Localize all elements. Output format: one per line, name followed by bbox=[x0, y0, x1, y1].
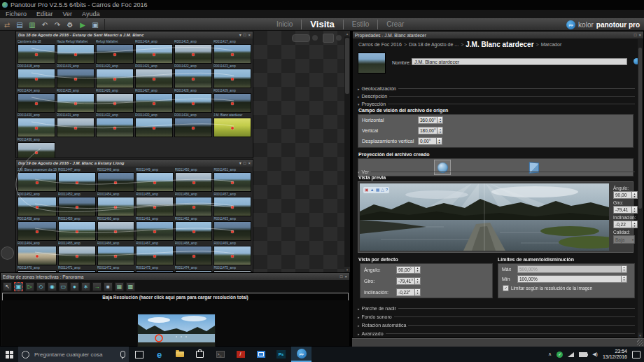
panorama-thumbnail[interactable] bbox=[136, 197, 174, 216]
panorama-thumbnail[interactable] bbox=[58, 197, 96, 216]
help-icon[interactable]: ? bbox=[386, 188, 388, 193]
horizontal-fov-stepper[interactable]: 360,00°▴▾ bbox=[418, 116, 443, 124]
quality-dropdown[interactable]: Baja▾ bbox=[613, 235, 635, 244]
battery-icon[interactable] bbox=[579, 352, 587, 357]
hotspot-icon[interactable] bbox=[36, 255, 38, 258]
star-tool-icon[interactable]: ∗ bbox=[81, 282, 90, 291]
section-proyeccion[interactable]: ▾ Proyección bbox=[358, 102, 635, 106]
hotspot-icon[interactable] bbox=[231, 78, 234, 81]
panorama-thumbnail[interactable] bbox=[136, 172, 174, 192]
panorama-thumbnail[interactable] bbox=[96, 118, 134, 137]
panorama-thumbnail[interactable] bbox=[57, 118, 94, 137]
section-rotacion-automatica[interactable]: ▸ Rotación automática bbox=[358, 323, 635, 328]
panorama-thumbnail[interactable] bbox=[174, 69, 212, 88]
photoshop-button[interactable]: Ps bbox=[271, 347, 291, 362]
tab-estilo[interactable]: Estilo bbox=[343, 20, 377, 29]
panorama-thumbnail[interactable] bbox=[135, 44, 173, 64]
section-geolocalizacion[interactable]: ▸ Geolocalización bbox=[358, 86, 635, 91]
task-view-button[interactable] bbox=[129, 347, 149, 362]
file-explorer-button[interactable] bbox=[169, 347, 190, 362]
panorama-thumbnail[interactable] bbox=[174, 44, 212, 64]
hotspot-icon[interactable] bbox=[35, 78, 38, 81]
hotspot-icon[interactable] bbox=[35, 127, 38, 130]
save-icon[interactable]: ▤ bbox=[15, 20, 24, 29]
section-descripcion[interactable]: ▸ Descripción bbox=[358, 94, 635, 99]
panorama-thumbnail[interactable] bbox=[96, 93, 134, 113]
scrollbar-thumb[interactable] bbox=[345, 38, 349, 94]
pitch-stepper[interactable]: -0,22▴▾ bbox=[613, 221, 638, 228]
hotspot-icon[interactable] bbox=[74, 78, 77, 81]
move-tool-icon[interactable]: → bbox=[92, 282, 102, 291]
group-header[interactable]: Día 19 de Agosto de 2016 - J.M. Blanc a … bbox=[16, 160, 253, 167]
store-button[interactable] bbox=[190, 347, 210, 362]
panorama-thumbnail[interactable] bbox=[214, 44, 251, 64]
scroll-up-icon[interactable]: ▴ bbox=[344, 31, 350, 36]
hotspot-icon[interactable] bbox=[192, 230, 195, 233]
hotspot-icon[interactable] bbox=[231, 127, 234, 130]
float-window-icon[interactable]: □ bbox=[244, 161, 246, 165]
default-yaw-stepper[interactable]: -79,41°▴▾ bbox=[396, 277, 421, 285]
default-angle-stepper[interactable]: 90,00°▴▾ bbox=[396, 266, 421, 274]
scrollbar-thumb[interactable] bbox=[638, 48, 642, 209]
panorama-thumbnail[interactable] bbox=[97, 172, 135, 192]
edge-button[interactable]: e bbox=[149, 347, 169, 362]
canvas-scrollbar[interactable]: ▴ ▾ bbox=[344, 31, 350, 272]
angle-stepper[interactable]: 90,00▴▾ bbox=[613, 191, 638, 199]
yaw-stepper[interactable]: -79,41▴▾ bbox=[613, 206, 638, 214]
zone-editor-canvas[interactable] bbox=[1, 300, 349, 346]
panorama-thumbnail[interactable] bbox=[136, 246, 174, 265]
panorama-thumbnail[interactable] bbox=[97, 197, 135, 216]
hotspot-icon[interactable] bbox=[114, 181, 117, 184]
add-point-tool-icon[interactable]: ▷ bbox=[25, 282, 34, 291]
microphone-icon[interactable] bbox=[120, 351, 125, 358]
hotspot-icon[interactable] bbox=[35, 102, 38, 105]
properties-header[interactable]: Propiedades - J.M. Blanc atardecer □ × bbox=[353, 32, 643, 39]
image-view-icon[interactable]: ▦ bbox=[376, 188, 380, 193]
settings-icon[interactable]: ⚙ bbox=[65, 20, 75, 29]
panorama-thumbnail[interactable] bbox=[174, 118, 212, 137]
hotspot-icon[interactable] bbox=[76, 255, 78, 258]
network-icon[interactable] bbox=[568, 352, 574, 357]
panorama-thumbnail[interactable] bbox=[18, 197, 57, 216]
undo-icon[interactable]: ↶ bbox=[40, 20, 50, 29]
zoom-min-stepper[interactable]: 100,00%▴▾ bbox=[517, 275, 627, 283]
hotspot-icon[interactable] bbox=[231, 206, 234, 209]
panorama-thumbnail[interactable] bbox=[136, 221, 174, 241]
close-icon[interactable]: × bbox=[638, 33, 641, 37]
collapse-icon[interactable]: ▾ bbox=[239, 161, 241, 165]
add-rect-tool-icon[interactable]: ▭ bbox=[59, 282, 68, 291]
panorama-thumbnail[interactable] bbox=[18, 246, 57, 265]
panorama-thumbnail[interactable] bbox=[58, 221, 96, 241]
hotspot-icon[interactable] bbox=[192, 127, 195, 130]
hotspot-icon[interactable] bbox=[192, 102, 195, 105]
hotspot-icon[interactable] bbox=[153, 53, 155, 56]
hotspot-icon[interactable] bbox=[114, 255, 117, 258]
panorama-thumbnail[interactable] bbox=[18, 221, 57, 241]
zoom-out-button[interactable] bbox=[312, 35, 318, 41]
menu-ver[interactable]: Ver bbox=[63, 11, 73, 18]
panotour-taskbar-button[interactable]: ptp bbox=[291, 347, 312, 362]
panorama-thumbnail[interactable] bbox=[214, 246, 251, 265]
blue-app-button[interactable] bbox=[251, 347, 271, 362]
panorama-thumbnail[interactable] bbox=[135, 93, 173, 113]
default-pitch-stepper[interactable]: -0,22°▴▾ bbox=[396, 288, 421, 296]
collapse-icon[interactable]: ▾ bbox=[239, 33, 241, 37]
hotspot-icon[interactable] bbox=[231, 181, 234, 184]
panorama-thumbnail[interactable] bbox=[214, 197, 251, 216]
panorama-thumbnail[interactable] bbox=[175, 221, 213, 241]
zoom-in-button[interactable] bbox=[336, 35, 342, 41]
hotspot-icon[interactable] bbox=[76, 230, 78, 233]
panorama-thumbnail[interactable] bbox=[57, 44, 94, 64]
hotspot-icon[interactable] bbox=[231, 53, 234, 56]
panorama-thumbnail[interactable] bbox=[175, 197, 213, 216]
panorama-thumbnail[interactable] bbox=[214, 221, 251, 241]
tab-crear[interactable]: Crear bbox=[377, 20, 412, 29]
terminal-button[interactable]: >_ bbox=[210, 347, 230, 362]
group-header[interactable]: Día 18 de Agosto de 2016 - Estany de San… bbox=[16, 32, 253, 39]
pan-handle-icon[interactable] bbox=[1, 246, 14, 260]
hotspot-icon[interactable] bbox=[192, 206, 195, 209]
panorama-thumbnail[interactable] bbox=[214, 172, 251, 192]
section-ver[interactable]: ▾ Ver bbox=[358, 169, 635, 174]
panorama-thumbnail[interactable] bbox=[214, 118, 251, 137]
add-polygon-tool-icon[interactable]: ◇ bbox=[36, 282, 46, 291]
